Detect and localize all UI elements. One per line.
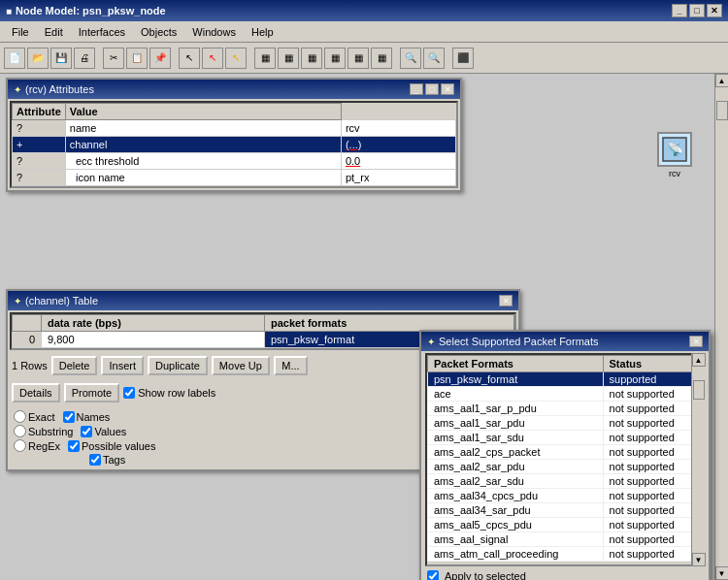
regex-radio[interactable] [14, 439, 26, 452]
duplicate-button[interactable]: Duplicate [148, 356, 208, 375]
attr-row-value: rcv [341, 120, 455, 137]
table-row[interactable]: ams_aal_signalnot supported [428, 532, 703, 547]
menu-edit[interactable]: Edit [37, 24, 71, 40]
scroll-up-arrow[interactable]: ▲ [715, 74, 729, 87]
packet-close[interactable]: ✕ [689, 336, 703, 347]
names-checkbox[interactable] [63, 411, 75, 423]
packet-dialog-title: Select Supported Packet Formats [439, 336, 598, 347]
tb-misc[interactable]: ⬛ [452, 48, 474, 69]
table-row[interactable]: ams_aal34_sar_pdunot supported [428, 503, 703, 518]
tb-arrow3[interactable]: ↖ [225, 48, 247, 69]
table-row[interactable]: ? name rcv [13, 120, 456, 137]
packet-scroll-thumb[interactable] [693, 380, 705, 400]
table-row[interactable]: ams_aal1_sar_p_pdunot supported [428, 402, 703, 416]
tb-grid3[interactable]: ▦ [301, 48, 322, 69]
toolbar: 📄 📂 💾 🖨 ✂ 📋 📌 ↖ ↖ ↖ ▦ ▦ ▦ ▦ ▦ ▦ 🔍 🔍 ⬛ [0, 43, 728, 74]
packet-scrollbar[interactable]: ▲ ▼ [691, 353, 705, 566]
packet-format-name: ams_aal_signal [428, 532, 604, 547]
exact-label: Exact [14, 410, 55, 423]
attr-close[interactable]: ✕ [441, 83, 454, 95]
tb-copy[interactable]: 📋 [126, 48, 148, 69]
table-row[interactable]: ams_aal2_cps_packetnot supported [428, 445, 703, 460]
values-checkbox[interactable] [81, 426, 92, 437]
menu-help[interactable]: Help [244, 24, 281, 40]
table-row[interactable]: psn_pksw_formatsupported [428, 372, 703, 387]
tb-new[interactable]: 📄 [4, 48, 25, 69]
tb-print[interactable]: 🖨 [74, 48, 95, 69]
apply-checkbox[interactable] [427, 570, 439, 580]
tb-grid6[interactable]: ▦ [371, 48, 392, 69]
show-row-labels-checkbox[interactable] [123, 387, 135, 399]
substring-radio[interactable] [14, 425, 26, 437]
names-label: Names [63, 411, 111, 423]
promote-button[interactable]: Promote [64, 383, 120, 403]
attr-dialog-icon: ✦ [14, 84, 21, 95]
minimize-button[interactable]: _ [672, 4, 687, 17]
table-row[interactable]: ams_aal5_cpcs_pdunot supported [428, 518, 703, 532]
details-button[interactable]: Details [12, 383, 60, 403]
packet-format-name: psn_pksw_format [428, 372, 604, 387]
scroll-thumb[interactable] [716, 101, 728, 120]
channel-close[interactable]: ✕ [499, 295, 513, 306]
tb-grid5[interactable]: ▦ [347, 48, 369, 69]
channel-col-packets: packet formats [265, 315, 514, 332]
packet-format-name: ams_aal5_cpcs_pdu [428, 518, 604, 532]
table-row[interactable]: ams_aal1_sar_pdunot supported [428, 416, 703, 431]
close-button[interactable]: ✕ [707, 4, 722, 17]
tb-arrow[interactable]: ↖ [179, 48, 200, 69]
possible-values-checkbox[interactable] [68, 440, 80, 452]
packet-table-container[interactable]: Packet Formats Status psn_pksw_formatsup… [425, 353, 705, 566]
attr-row-value: 0.0 [341, 153, 455, 170]
scroll-down-arrow[interactable]: ▼ [715, 566, 729, 580]
delete-button[interactable]: Delete [51, 356, 98, 375]
packet-format-name: ams_atm_call_proceeding [428, 547, 604, 562]
attr-maximize[interactable]: □ [425, 83, 439, 95]
table-row[interactable]: acenot supported [428, 387, 703, 402]
exact-radio[interactable] [14, 410, 26, 423]
apply-label: Apply to selected [445, 570, 526, 580]
packet-scroll-down[interactable]: ▼ [692, 553, 706, 566]
maximize-button[interactable]: □ [689, 4, 705, 17]
more-button[interactable]: M... [274, 356, 308, 375]
insert-button[interactable]: Insert [101, 356, 144, 375]
substring-label: Substring [14, 425, 73, 437]
tags-checkbox[interactable] [89, 454, 101, 466]
table-row[interactable]: ams_aal2_sar_sdunot supported [428, 474, 703, 489]
tb-zoom2[interactable]: 🔍 [423, 48, 445, 69]
table-row[interactable]: ams_atm_call_proceedingnot supported [428, 547, 703, 562]
attr-row-value: (...) [341, 137, 455, 153]
table-row[interactable]: ams_aal34_cpcs_pdunot supported [428, 489, 703, 503]
channel-row-num: 0 [13, 332, 42, 348]
attr-row-icon: + [13, 137, 66, 153]
attr-dialog-controls: _ □ ✕ [410, 83, 454, 95]
tb-grid4[interactable]: ▦ [324, 48, 346, 69]
canvas-scrollbar[interactable]: ▲ ▼ [714, 74, 728, 580]
packet-dialog-icon: ✦ [427, 337, 435, 347]
tb-save[interactable]: 💾 [50, 48, 72, 69]
packet-scroll-up[interactable]: ▲ [692, 353, 706, 367]
attr-minimize[interactable]: _ [410, 83, 423, 95]
table-row[interactable]: ? icon name pt_rx [13, 170, 456, 186]
tb-paste[interactable]: 📌 [149, 48, 171, 69]
packet-format-status: not supported [603, 460, 702, 474]
values-label: Values [81, 426, 126, 437]
table-row[interactable]: + channel (...) [13, 137, 456, 153]
tb-grid1[interactable]: ▦ [254, 48, 276, 69]
node-icon-rcv[interactable]: 📡 rcv [650, 132, 699, 180]
attr-dialog-titlebar: ✦ (rcv) Attributes _ □ ✕ [8, 80, 460, 99]
tb-open[interactable]: 📂 [27, 48, 49, 69]
tb-arrow2[interactable]: ↖ [202, 48, 223, 69]
table-row[interactable]: ams_aal2_sar_pdunot supported [428, 460, 703, 474]
menu-file[interactable]: File [4, 24, 37, 40]
menu-windows[interactable]: Windows [184, 24, 244, 40]
tb-zoom1[interactable]: 🔍 [400, 48, 421, 69]
move-up-button[interactable]: Move Up [212, 356, 270, 375]
substring-text: Substring [28, 426, 73, 437]
tb-grid2[interactable]: ▦ [278, 48, 299, 69]
table-row[interactable]: ? ecc threshold 0.0 [13, 153, 456, 170]
tb-cut[interactable]: ✂ [103, 48, 124, 69]
menu-interfaces[interactable]: Interfaces [71, 24, 133, 40]
menu-objects[interactable]: Objects [133, 24, 184, 40]
attr-row-value: pt_rx [341, 170, 455, 186]
table-row[interactable]: ams_aal1_sar_sdunot supported [428, 431, 703, 445]
